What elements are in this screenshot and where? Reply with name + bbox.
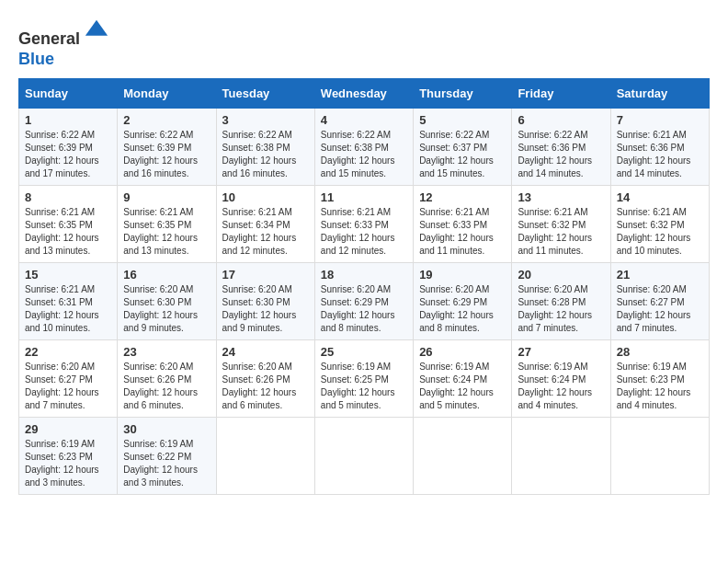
day-info: Sunrise: 6:22 AMSunset: 6:38 PMDaylight:…: [222, 129, 309, 180]
day-info: Sunrise: 6:22 AMSunset: 6:37 PMDaylight:…: [419, 129, 506, 180]
day-number: 5: [419, 113, 506, 127]
day-number: 14: [617, 190, 703, 204]
day-info: Sunrise: 6:19 AMSunset: 6:23 PMDaylight:…: [25, 438, 111, 489]
day-number: 15: [25, 268, 111, 282]
day-info: Sunrise: 6:19 AMSunset: 6:24 PMDaylight:…: [419, 361, 506, 412]
calendar-cell: [216, 418, 314, 495]
col-header-friday: Friday: [512, 79, 610, 109]
logo-icon: [84, 18, 109, 44]
day-info: Sunrise: 6:21 AMSunset: 6:32 PMDaylight:…: [617, 206, 703, 258]
day-number: 13: [518, 190, 604, 204]
calendar-cell: 26Sunrise: 6:19 AMSunset: 6:24 PMDayligh…: [414, 340, 512, 418]
calendar-cell: [314, 418, 413, 495]
calendar-cell: 13Sunrise: 6:21 AMSunset: 6:32 PMDayligh…: [512, 186, 610, 263]
calendar-cell: 6Sunrise: 6:22 AMSunset: 6:36 PMDaylight…: [512, 109, 610, 186]
calendar-cell: 9Sunrise: 6:21 AMSunset: 6:35 PMDaylight…: [118, 186, 216, 263]
calendar-cell: 7Sunrise: 6:21 AMSunset: 6:36 PMDaylight…: [610, 109, 709, 186]
calendar-week-row: 22Sunrise: 6:20 AMSunset: 6:27 PMDayligh…: [19, 340, 710, 418]
calendar-cell: 4Sunrise: 6:22 AMSunset: 6:38 PMDaylight…: [314, 109, 413, 186]
day-info: Sunrise: 6:19 AMSunset: 6:25 PMDaylight:…: [321, 361, 407, 412]
calendar-cell: 24Sunrise: 6:20 AMSunset: 6:26 PMDayligh…: [216, 340, 314, 418]
day-number: 27: [518, 345, 604, 359]
day-info: Sunrise: 6:21 AMSunset: 6:36 PMDaylight:…: [617, 129, 703, 180]
calendar-cell: [414, 418, 512, 495]
calendar-week-row: 1Sunrise: 6:22 AMSunset: 6:39 PMDaylight…: [19, 109, 710, 186]
calendar-cell: 30Sunrise: 6:19 AMSunset: 6:22 PMDayligh…: [118, 418, 216, 495]
day-number: 7: [617, 113, 703, 127]
col-header-saturday: Saturday: [610, 79, 709, 109]
calendar-cell: 11Sunrise: 6:21 AMSunset: 6:33 PMDayligh…: [314, 186, 413, 263]
day-number: 21: [617, 268, 703, 282]
day-number: 11: [321, 190, 407, 204]
calendar-cell: 23Sunrise: 6:20 AMSunset: 6:26 PMDayligh…: [118, 340, 216, 418]
day-number: 18: [321, 268, 407, 282]
day-info: Sunrise: 6:20 AMSunset: 6:26 PMDaylight:…: [123, 361, 210, 412]
day-number: 17: [222, 268, 309, 282]
day-info: Sunrise: 6:20 AMSunset: 6:27 PMDaylight:…: [617, 283, 703, 335]
day-info: Sunrise: 6:20 AMSunset: 6:29 PMDaylight:…: [321, 283, 407, 335]
calendar-cell: 15Sunrise: 6:21 AMSunset: 6:31 PMDayligh…: [19, 263, 118, 340]
calendar-cell: 16Sunrise: 6:20 AMSunset: 6:30 PMDayligh…: [118, 263, 216, 340]
day-info: Sunrise: 6:20 AMSunset: 6:29 PMDaylight:…: [419, 283, 506, 335]
day-info: Sunrise: 6:22 AMSunset: 6:36 PMDaylight:…: [518, 129, 604, 180]
day-number: 16: [123, 268, 210, 282]
calendar-cell: 19Sunrise: 6:20 AMSunset: 6:29 PMDayligh…: [414, 263, 512, 340]
day-number: 4: [321, 113, 407, 127]
col-header-sunday: Sunday: [19, 79, 118, 109]
day-number: 8: [25, 190, 111, 204]
calendar-cell: 3Sunrise: 6:22 AMSunset: 6:38 PMDaylight…: [216, 109, 314, 186]
day-number: 24: [222, 345, 309, 359]
day-info: Sunrise: 6:21 AMSunset: 6:33 PMDaylight:…: [419, 206, 506, 258]
day-info: Sunrise: 6:22 AMSunset: 6:38 PMDaylight:…: [321, 129, 407, 180]
day-info: Sunrise: 6:20 AMSunset: 6:28 PMDaylight:…: [518, 283, 604, 335]
calendar-cell: 20Sunrise: 6:20 AMSunset: 6:28 PMDayligh…: [512, 263, 610, 340]
day-info: Sunrise: 6:21 AMSunset: 6:34 PMDaylight:…: [222, 206, 309, 258]
calendar-week-row: 29Sunrise: 6:19 AMSunset: 6:23 PMDayligh…: [19, 418, 710, 495]
svg-marker-0: [85, 20, 108, 36]
day-info: Sunrise: 6:21 AMSunset: 6:33 PMDaylight:…: [321, 206, 407, 258]
calendar-header-row: SundayMondayTuesdayWednesdayThursdayFrid…: [19, 79, 710, 109]
day-info: Sunrise: 6:21 AMSunset: 6:32 PMDaylight:…: [518, 206, 604, 258]
calendar-cell: 1Sunrise: 6:22 AMSunset: 6:39 PMDaylight…: [19, 109, 118, 186]
logo: General Blue: [18, 18, 109, 69]
day-number: 22: [25, 345, 111, 359]
day-info: Sunrise: 6:20 AMSunset: 6:30 PMDaylight:…: [123, 283, 210, 335]
day-info: Sunrise: 6:19 AMSunset: 6:24 PMDaylight:…: [518, 361, 604, 412]
calendar-cell: [610, 418, 709, 495]
calendar-cell: 25Sunrise: 6:19 AMSunset: 6:25 PMDayligh…: [314, 340, 413, 418]
calendar-cell: 18Sunrise: 6:20 AMSunset: 6:29 PMDayligh…: [314, 263, 413, 340]
day-info: Sunrise: 6:21 AMSunset: 6:35 PMDaylight:…: [123, 206, 210, 258]
calendar-cell: [512, 418, 610, 495]
day-number: 3: [222, 113, 309, 127]
calendar-cell: 21Sunrise: 6:20 AMSunset: 6:27 PMDayligh…: [610, 263, 709, 340]
day-info: Sunrise: 6:20 AMSunset: 6:27 PMDaylight:…: [25, 361, 111, 412]
calendar-cell: 27Sunrise: 6:19 AMSunset: 6:24 PMDayligh…: [512, 340, 610, 418]
calendar-cell: 29Sunrise: 6:19 AMSunset: 6:23 PMDayligh…: [19, 418, 118, 495]
day-number: 10: [222, 190, 309, 204]
day-number: 6: [518, 113, 604, 127]
col-header-monday: Monday: [118, 79, 216, 109]
day-info: Sunrise: 6:22 AMSunset: 6:39 PMDaylight:…: [25, 129, 111, 180]
calendar-cell: 12Sunrise: 6:21 AMSunset: 6:33 PMDayligh…: [414, 186, 512, 263]
calendar-cell: 14Sunrise: 6:21 AMSunset: 6:32 PMDayligh…: [610, 186, 709, 263]
day-info: Sunrise: 6:20 AMSunset: 6:26 PMDaylight:…: [222, 361, 309, 412]
calendar-cell: 10Sunrise: 6:21 AMSunset: 6:34 PMDayligh…: [216, 186, 314, 263]
day-number: 1: [25, 113, 111, 127]
col-header-tuesday: Tuesday: [216, 79, 314, 109]
col-header-wednesday: Wednesday: [314, 79, 413, 109]
calendar-cell: 8Sunrise: 6:21 AMSunset: 6:35 PMDaylight…: [19, 186, 118, 263]
day-info: Sunrise: 6:21 AMSunset: 6:35 PMDaylight:…: [25, 206, 111, 258]
day-number: 23: [123, 345, 210, 359]
day-info: Sunrise: 6:20 AMSunset: 6:30 PMDaylight:…: [222, 283, 309, 335]
col-header-thursday: Thursday: [414, 79, 512, 109]
calendar-cell: 2Sunrise: 6:22 AMSunset: 6:39 PMDaylight…: [118, 109, 216, 186]
day-number: 26: [419, 345, 506, 359]
day-info: Sunrise: 6:19 AMSunset: 6:22 PMDaylight:…: [123, 438, 210, 489]
day-number: 9: [123, 190, 210, 204]
calendar-cell: 22Sunrise: 6:20 AMSunset: 6:27 PMDayligh…: [19, 340, 118, 418]
calendar-week-row: 8Sunrise: 6:21 AMSunset: 6:35 PMDaylight…: [19, 186, 710, 263]
calendar-cell: 28Sunrise: 6:19 AMSunset: 6:23 PMDayligh…: [610, 340, 709, 418]
day-number: 30: [123, 422, 210, 436]
logo-general: General: [18, 29, 80, 48]
calendar-cell: 5Sunrise: 6:22 AMSunset: 6:37 PMDaylight…: [414, 109, 512, 186]
